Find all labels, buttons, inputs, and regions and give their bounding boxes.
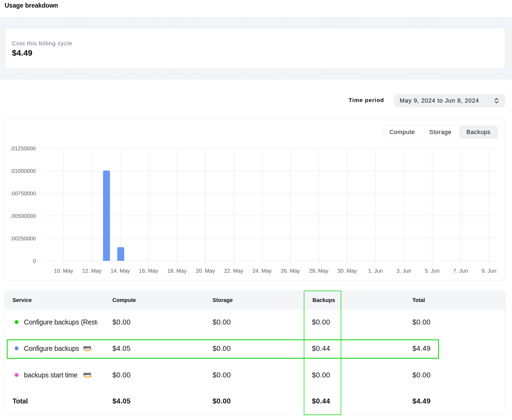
svg-text:1. Jun: 1. Jun (368, 268, 383, 274)
svg-text:.01250000: .01250000 (10, 145, 36, 151)
svg-text:10. May: 10. May (54, 268, 73, 274)
svg-text:26. May: 26. May (281, 268, 300, 274)
svg-text:3. Jun: 3. Jun (396, 268, 411, 274)
svg-text:.00500000: .00500000 (10, 213, 36, 219)
svg-text:7. Jun: 7. Jun (453, 268, 468, 274)
svg-text:30. May: 30. May (337, 268, 357, 274)
svg-text:.00750000: .00750000 (10, 190, 36, 196)
svg-text:.01000000: .01000000 (10, 168, 36, 174)
svg-text:9. Jun: 9. Jun (482, 268, 496, 274)
svg-text:aws: aws (83, 372, 91, 376)
svg-text:28. May: 28. May (309, 268, 328, 274)
svg-text:22. May: 22. May (224, 268, 243, 274)
svg-text:5. Jun: 5. Jun (425, 268, 440, 274)
svg-text:20. May: 20. May (196, 268, 215, 274)
svg-text:14. May: 14. May (110, 268, 130, 274)
svg-text:18. May: 18. May (167, 268, 187, 274)
svg-text:12. May: 12. May (82, 268, 102, 274)
svg-text:24. May: 24. May (252, 268, 272, 274)
svg-text:16. May: 16. May (139, 268, 158, 274)
svg-text:0: 0 (33, 258, 36, 264)
svg-text:.00250000: .00250000 (10, 236, 36, 241)
